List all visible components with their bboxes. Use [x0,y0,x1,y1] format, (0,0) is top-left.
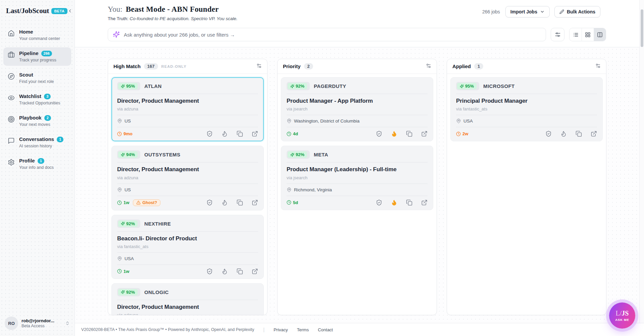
home-icon [8,30,15,37]
sparkle-icon [460,84,464,88]
chevron-left-icon [67,8,72,13]
shield-check-button[interactable] [206,268,213,275]
flame-icon [391,199,397,206]
divider [456,115,597,115]
flame-button[interactable] [221,131,228,137]
shield-check-button[interactable] [545,131,552,137]
import-jobs-button[interactable]: Import Jobs [505,6,550,17]
clock-icon [287,200,291,205]
job-age: 1w [117,200,129,205]
external-link-button[interactable] [252,199,258,206]
job-location-row: Richmond, Virginia [287,187,428,192]
column-settings-button[interactable] [595,63,601,69]
job-age-text: 4d [293,131,298,136]
app-root: Last/JobScout BETA HomeYour command cent… [0,0,644,336]
copy-button[interactable] [237,199,243,206]
column-settings-button[interactable] [426,63,431,69]
ask-fab-logo-last: L/ [616,309,622,317]
divider [117,231,258,232]
sidebar-item-text: Playbook2Your next moves [19,115,51,127]
job-location: Washington, District of Columbia [294,118,359,124]
sidebar-item-pipeline[interactable]: Pipeline266Track your progress [3,47,71,66]
sidebar-collapse-button[interactable] [67,8,72,13]
divider [117,265,258,265]
copy-button[interactable] [406,131,412,137]
user-menu[interactable]: RO rob@rjorndor... Beta Access [0,312,75,336]
contact-link[interactable]: Contact [318,327,333,332]
job-card[interactable]: 95%MICROSOFTPrincipal Product Managervia… [450,77,603,141]
job-source: via jsearch [287,106,428,111]
job-card[interactable]: 94%OUTSYSTEMSDirector, Product Managemen… [111,146,264,210]
sidebar-item-text: HomeYour command center [19,29,60,41]
job-card[interactable]: 92%NEXTHIREBeacon.li- Director of Produc… [111,215,264,279]
ask-me-fab[interactable]: L/JS ASK ME [609,302,635,329]
sidebar-item-profile[interactable]: Profile1Your info and docs [3,155,71,173]
grid-view-button[interactable] [582,28,594,41]
shield-check-button[interactable] [376,199,382,206]
sidebar-item-home[interactable]: HomeYour command center [3,26,71,44]
company-name: PAGERDUTY [314,83,346,89]
sidebar-item-playbook[interactable]: Playbook2Your next moves [3,112,71,130]
filters-button[interactable] [551,28,564,41]
external-link-icon [421,131,428,137]
external-link-icon [252,268,258,275]
column-priority: Priority292%PAGERDUTYProduct Manager - A… [277,59,437,315]
sparkle-icon [121,222,125,226]
sidebar-item-watchlist[interactable]: Watchlist3Tracked Opportunities [3,90,71,109]
external-link-button[interactable] [252,268,258,275]
copy-button[interactable] [237,131,243,137]
sidebar-item-scout[interactable]: ScoutFind your next role [3,69,71,87]
shield-check-button[interactable] [376,131,382,137]
external-link-button[interactable] [421,131,428,137]
job-card[interactable]: 92%METAProduct Manager (Leadership) - Fu… [281,146,433,210]
flame-button[interactable] [560,131,567,137]
import-jobs-label: Import Jobs [510,9,537,14]
ask-search-input[interactable] [108,28,546,41]
divider [287,162,428,162]
copy-button[interactable] [406,199,412,206]
settings-icon [426,63,431,69]
job-title: Beacon.li- Director of Product [117,235,258,242]
card-footer: 9mo [117,131,258,137]
job-card[interactable]: 92%ONLOGICDirector, Product Managementvi… [111,283,264,315]
sidebar-item-subtitle: Find your next role [19,79,54,84]
job-card[interactable]: 95%ATLANDirector, Product Managementvia … [111,77,264,141]
external-link-icon [252,199,258,206]
shield-check-button[interactable] [206,131,213,137]
external-link-button[interactable] [591,131,597,137]
bulk-actions-button[interactable]: Bulk Actions [554,6,600,17]
copy-icon [576,131,582,137]
flame-button[interactable] [221,199,228,206]
flame-button[interactable] [391,199,397,206]
job-age-text: 2w [462,131,468,136]
copy-button[interactable] [576,131,582,137]
list-view-button[interactable] [569,28,582,41]
column-settings-button[interactable] [256,63,262,69]
kanban-board: High Match167READ-ONLY95%ATLANDirector, … [75,47,644,336]
flame-icon [391,131,397,137]
privacy-link[interactable]: Privacy [274,327,288,332]
copy-icon [237,268,243,275]
shield-check-button[interactable] [206,199,213,206]
scrollbar-thumb[interactable] [641,9,643,47]
terms-link[interactable]: Terms [297,327,309,332]
copy-icon [237,131,243,137]
job-location: USA [463,118,473,124]
sidebar: Last/JobScout BETA HomeYour command cent… [0,0,75,336]
sidebar-item-conversations[interactable]: Conversations1AI session history [3,133,71,152]
divider [117,127,258,127]
job-card[interactable]: 92%PAGERDUTYProduct Manager - App Platfo… [281,77,433,141]
sidebar-item-subtitle: AI session history [19,143,63,149]
external-link-icon [421,199,428,206]
external-link-button[interactable] [421,199,428,206]
flame-button[interactable] [221,268,228,275]
columns-view-button[interactable] [594,28,606,41]
pencil-icon [559,9,564,14]
job-age: 9mo [117,131,133,136]
company-name: ATLAN [144,83,162,89]
flame-button[interactable] [391,131,397,137]
sparkle-icon [121,84,125,88]
job-age: 4d [287,131,298,136]
external-link-button[interactable] [252,131,258,137]
copy-button[interactable] [237,268,243,275]
